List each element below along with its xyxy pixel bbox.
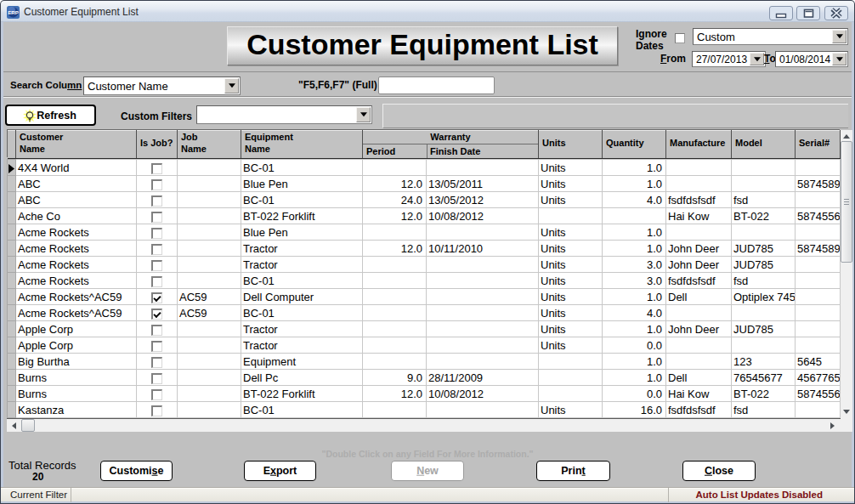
svg-text:ERP: ERP (8, 9, 19, 15)
